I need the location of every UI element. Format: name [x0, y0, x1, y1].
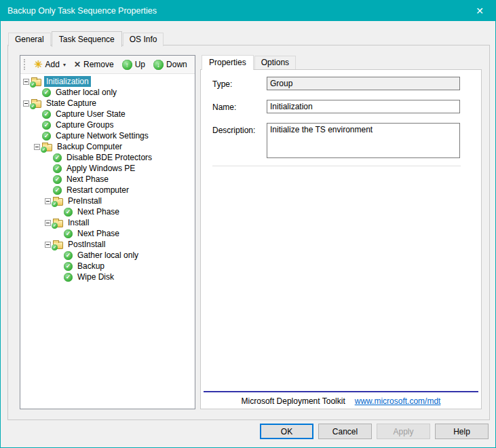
tab-general[interactable]: General [8, 33, 51, 46]
tree-collapse-icon[interactable] [34, 144, 40, 150]
tree-item-label: PreInstall [66, 195, 104, 206]
group-folder-icon [53, 198, 63, 206]
add-button[interactable]: ✳ Add ▾ [31, 58, 71, 71]
tree-item-label: Backup Computer [55, 141, 124, 152]
tree-item-capture-groups[interactable]: Capture Groups [20, 119, 195, 130]
close-button[interactable]: ✕ [464, 1, 495, 21]
tree-item-gather-local-only[interactable]: Gather local only [20, 87, 195, 98]
tree-item-state-capture[interactable]: State Capture [20, 98, 195, 109]
tree-item-next-phase[interactable]: Next Phase [20, 206, 195, 217]
tree-item-backup[interactable]: Backup [20, 261, 195, 272]
step-success-icon [64, 273, 73, 282]
tree-item-label: Capture Groups [54, 119, 115, 130]
tree-item-label: Capture User State [54, 109, 128, 119]
tree-collapse-icon[interactable] [45, 220, 51, 226]
tree-item-label: Install [66, 217, 91, 228]
remove-button[interactable]: ✕ Remove [71, 58, 119, 71]
group-folder-icon [53, 220, 63, 227]
ok-button[interactable]: OK [260, 424, 313, 439]
tree-item-next-phase[interactable]: Next Phase [20, 174, 195, 185]
up-button[interactable]: ↑ Up [119, 58, 150, 72]
tree-item-disable-bde-protectors[interactable]: Disable BDE Protectors [20, 152, 195, 163]
tree-item-label: Restart computer [64, 185, 131, 195]
properties-tab-strip: Properties Options [202, 55, 482, 69]
tree-item-wipe-disk[interactable]: Wipe Disk [20, 272, 195, 282]
tree-item-label: Next Phase [75, 228, 121, 239]
tree-collapse-icon[interactable] [23, 79, 29, 85]
up-icon: ↑ [122, 60, 132, 70]
tree-item-backup-computer[interactable]: Backup Computer [20, 141, 195, 152]
name-field[interactable] [267, 100, 460, 113]
dialog-buttons: OK Cancel Apply Help [260, 424, 489, 439]
apply-button[interactable]: Apply [377, 424, 430, 439]
step-success-icon [42, 88, 51, 97]
step-success-icon [64, 262, 73, 271]
description-field[interactable]: Initialize the TS environment [267, 123, 460, 158]
fields-separator [212, 166, 461, 166]
group-folder-icon [42, 144, 52, 151]
step-success-icon [53, 153, 62, 162]
cancel-button[interactable]: Cancel [318, 424, 372, 439]
tree-item-next-phase[interactable]: Next Phase [20, 228, 195, 239]
tree-item-label: Gather local only [54, 87, 119, 98]
tab-page: ✳ Add ▾ ✕ Remove ↑ Up ↓ Down Initializat… [7, 45, 490, 420]
remove-button-label: Remove [83, 60, 114, 69]
sequence-panel: ✳ Add ▾ ✕ Remove ↑ Up ↓ Down Initializat… [20, 55, 195, 409]
mdt-link[interactable]: www.microsoft.com/mdt [355, 396, 441, 406]
down-button-label: Down [166, 60, 187, 69]
tab-os-info[interactable]: OS Info [123, 33, 164, 46]
step-success-icon [64, 251, 73, 260]
window-title: Backup Only Task Sequence Properties [1, 6, 464, 16]
close-icon: ✕ [476, 5, 484, 16]
tree-item-label: Initialization [44, 76, 91, 87]
tree-item-capture-network-settings[interactable]: Capture Network Settings [20, 130, 195, 141]
tree-item-restart-computer[interactable]: Restart computer [20, 185, 195, 195]
tree-item-apply-windows-pe[interactable]: Apply Windows PE [20, 163, 195, 174]
down-icon: ↓ [153, 60, 164, 70]
tree-item-install[interactable]: Install [20, 217, 195, 228]
add-dropdown-arrow-icon: ▾ [63, 62, 66, 68]
footer-text: Microsoft Deployment Toolkit [242, 396, 345, 406]
tab-properties[interactable]: Properties [202, 55, 254, 70]
properties-panel: Properties Options Type: Name: Descripti… [200, 55, 482, 409]
tree-item-label: State Capture [44, 98, 98, 109]
down-button[interactable]: ↓ Down [150, 58, 192, 72]
dialog-window: Backup Only Task Sequence Properties ✕ G… [0, 0, 496, 448]
tree-item-label: Capture Network Settings [54, 130, 151, 141]
tree-item-label: Next Phase [75, 206, 121, 217]
tree-item-initialization[interactable]: Initialization [20, 76, 195, 87]
tree-item-gather-local-only[interactable]: Gather local only [20, 250, 195, 261]
tree-item-label: Gather local only [75, 250, 140, 261]
step-success-icon [42, 132, 51, 141]
up-button-label: Up [135, 60, 145, 69]
help-button[interactable]: Help [435, 424, 489, 439]
add-button-label: Add [45, 60, 60, 69]
tab-options[interactable]: Options [254, 56, 296, 69]
tree-collapse-icon[interactable] [23, 100, 29, 107]
toolbar-gripper-icon [24, 59, 27, 70]
step-success-icon [64, 208, 73, 217]
step-success-icon [64, 229, 73, 238]
tree-item-preinstall[interactable]: PreInstall [20, 195, 195, 206]
footer-divider [204, 391, 478, 392]
tree-collapse-icon[interactable] [45, 198, 51, 204]
tab-task-sequence[interactable]: Task Sequence [52, 31, 122, 47]
tree-collapse-icon[interactable] [45, 242, 51, 248]
footer: Microsoft Deployment Toolkit www.microso… [201, 396, 481, 406]
main-tab-strip: General Task Sequence OS Info [8, 31, 164, 46]
tree-item-capture-user-state[interactable]: Capture User State [20, 109, 195, 119]
tree-item-label: Next Phase [64, 174, 111, 185]
step-success-icon [53, 186, 62, 195]
tree-item-postinstall[interactable]: PostInstall [20, 239, 195, 250]
task-sequence-tree: InitializationGather local onlyState Cap… [20, 74, 195, 409]
titlebar: Backup Only Task Sequence Properties ✕ [1, 1, 495, 21]
name-label: Name: [212, 102, 236, 112]
step-success-icon [53, 164, 62, 173]
group-folder-icon [31, 79, 41, 86]
sequence-toolbar: ✳ Add ▾ ✕ Remove ↑ Up ↓ Down [20, 56, 195, 74]
remove-icon: ✕ [74, 60, 81, 69]
properties-page: Type: Name: Description: Initialize the … [200, 69, 482, 409]
tree-item-label: Apply Windows PE [64, 163, 137, 174]
tree-item-label: Backup [75, 261, 107, 272]
step-success-icon [53, 175, 62, 184]
